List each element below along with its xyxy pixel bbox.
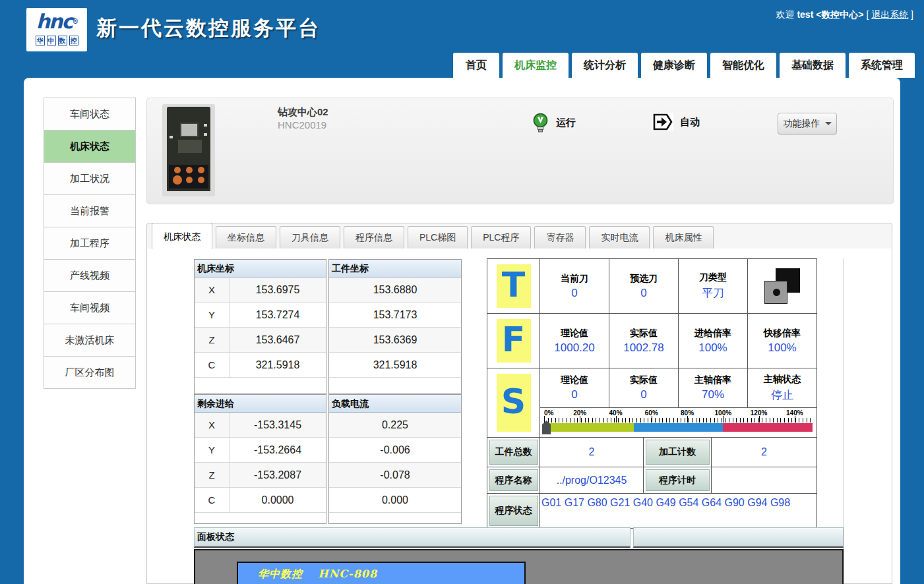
cell-label: 加工计数 xyxy=(646,440,710,465)
axis-value: 0.0000 xyxy=(230,488,326,512)
coordinate-table-group: 机床坐标 X153.6975 Y153.7274 Z153.6467 C321.… xyxy=(194,259,462,394)
sidebar-item-factory-map[interactable]: 厂区分布图 xyxy=(44,356,136,389)
panel-status-title: 面板状态 xyxy=(194,527,631,548)
table-row: C321.5918 xyxy=(195,353,326,378)
welcome-bar: 欢迎 test <数控中心> [ 退出系统 ] xyxy=(776,9,914,21)
cell-value: 0 xyxy=(571,388,577,401)
sidebar-item-workshop-status[interactable]: 车间状态 xyxy=(44,98,136,131)
table-header: 机床坐标 xyxy=(195,260,326,277)
table-row: 153.6880 xyxy=(329,277,461,303)
spindle-letter-cell: S xyxy=(487,368,540,438)
axis-value: -0.078 xyxy=(329,463,461,487)
axis-value: -153.3145 xyxy=(230,413,326,437)
cell-value: 平刀 xyxy=(702,285,724,301)
subtab-program-info[interactable]: 程序信息 xyxy=(344,226,404,248)
sidebar-item-line-video[interactable]: 产线视频 xyxy=(44,259,136,292)
program-timer-value xyxy=(712,467,817,494)
nav-tab-health-diagnosis[interactable]: 健康诊断 xyxy=(641,53,707,78)
panel-status-header: 面板状态 xyxy=(194,527,844,548)
subtab-register[interactable]: 寄存器 xyxy=(534,226,586,248)
subtab-machine-status[interactable]: 机床状态 xyxy=(152,223,212,249)
workpiece-total-label-cell: 工件总数 xyxy=(487,438,540,467)
machine-knob xyxy=(198,177,204,183)
cell-label: 实际值 xyxy=(630,374,658,386)
feed-theoretical-cell: 理论值1000.20 xyxy=(540,314,609,368)
subtab-plc-program[interactable]: PLC程序 xyxy=(471,226,531,248)
tool-type-icon-cell xyxy=(748,259,817,314)
gauge-minor-ticks xyxy=(544,418,813,423)
caret-down-icon xyxy=(825,122,832,125)
sidebar-item-machine-status[interactable]: 机床状态 xyxy=(44,130,136,163)
welcome-prefix: 欢迎 xyxy=(776,9,795,20)
cell-label: 程序计时 xyxy=(646,469,710,491)
axis-value: 153.6975 xyxy=(230,277,326,302)
panel-status-display: 华中数控 HNC-808 xyxy=(194,549,844,584)
empty-row xyxy=(195,378,326,394)
sidebar-item-workshop-video[interactable]: 车间视频 xyxy=(44,291,136,324)
sidebar-item-processing-program[interactable]: 加工程序 xyxy=(44,227,136,260)
nav-tab-system-management[interactable]: 系统管理 xyxy=(849,53,915,78)
subtab-plc-ladder[interactable]: PLC梯图 xyxy=(408,226,468,248)
cell-value: 0 xyxy=(640,388,646,401)
machine-knob xyxy=(198,167,204,173)
machine-name: 钻攻中心02 xyxy=(278,106,328,119)
machine-code: HNC20019 xyxy=(278,119,326,131)
table-row: Z-153.2087 xyxy=(195,463,326,488)
subtab-coordinate-info[interactable]: 坐标信息 xyxy=(216,226,276,248)
gauge-segment-low xyxy=(544,423,634,432)
bracket: ] xyxy=(911,9,913,20)
cell-label: 理论值 xyxy=(561,374,588,386)
subtab-tool-info[interactable]: 刀具信息 xyxy=(280,226,340,248)
machine-screen xyxy=(180,123,199,137)
cell-label: 程序名称 xyxy=(489,469,538,491)
table-row: C0.0000 xyxy=(195,488,326,513)
machine-status-tab-content: 机床坐标 X153.6975 Y153.7274 Z153.6467 C321.… xyxy=(146,248,892,584)
logout-link[interactable]: 退出系统 xyxy=(871,9,908,20)
tool-type-cell: 刀类型平刀 xyxy=(679,259,748,314)
nav-tab-machine-monitor[interactable]: 机床监控 xyxy=(503,53,569,78)
axis-label: X xyxy=(195,413,230,437)
machine-photo xyxy=(162,104,215,196)
user-org: <数控中心> xyxy=(816,9,863,20)
nav-tab-base-data[interactable]: 基础数据 xyxy=(780,53,846,78)
table-row: Y153.7274 xyxy=(195,303,326,328)
gauge-scale: 0% 20% 40% 60% 80% 100% 120% 140% xyxy=(544,409,813,436)
sidebar-item-processing-status[interactable]: 加工状况 xyxy=(44,162,136,195)
machine-knob xyxy=(186,177,193,183)
tfs-status-panel: T 当前刀0 预选刀0 刀类型平刀 F 理论值1000.20 实际值1002.7… xyxy=(487,258,817,529)
feed-current-table-group: 剩余进给 X-153.3145 Y-153.2664 Z-153.2087 C0… xyxy=(194,394,462,524)
cell-label: 主轴状态 xyxy=(764,374,801,386)
mode-status: 自动 xyxy=(652,113,700,131)
spindle-theoretical-cell: 理论值0 xyxy=(540,368,609,408)
page-title: 新一代云数控服务平台 xyxy=(96,15,321,42)
subtab-realtime-current[interactable]: 实时电流 xyxy=(589,226,650,248)
nav-tab-smart-optimization[interactable]: 智能优化 xyxy=(710,53,776,78)
table-row: -0.078 xyxy=(329,463,461,488)
axis-label: X xyxy=(195,277,230,302)
table-row: Z153.6467 xyxy=(195,328,326,353)
sidebar-item-inactive-machines[interactable]: 未激活机床 xyxy=(44,324,136,357)
machine-button xyxy=(169,136,173,138)
gauge-major-tick xyxy=(616,416,617,423)
gauge-major-tick xyxy=(652,416,652,423)
table-row: 0.000 xyxy=(329,488,461,513)
empty-row xyxy=(329,378,461,394)
run-status: 运行 xyxy=(532,113,576,133)
nav-tab-statistics[interactable]: 统计分析 xyxy=(572,53,638,78)
table-row: Y-153.2664 xyxy=(195,438,326,463)
gauge-bar xyxy=(544,423,813,432)
empty-row xyxy=(329,513,461,523)
empty-row xyxy=(195,513,326,523)
nav-tab-home[interactable]: 首页 xyxy=(453,53,499,78)
axis-value: 0.000 xyxy=(329,488,461,512)
table-row: -0.006 xyxy=(329,438,461,463)
cell-label: 程序状态 xyxy=(489,496,538,526)
gauge-major-tick xyxy=(580,416,580,423)
spindle-override-cell: 主轴倍率70% xyxy=(679,368,748,408)
table-row: 321.5918 xyxy=(329,353,461,378)
machine-button xyxy=(204,133,207,136)
subtab-machine-attributes[interactable]: 机床属性 xyxy=(653,226,714,248)
sidebar-item-current-alarm[interactable]: 当前报警 xyxy=(44,194,136,227)
function-operations-button[interactable]: 功能操作 xyxy=(778,113,837,134)
lightbulb-icon xyxy=(532,113,549,133)
